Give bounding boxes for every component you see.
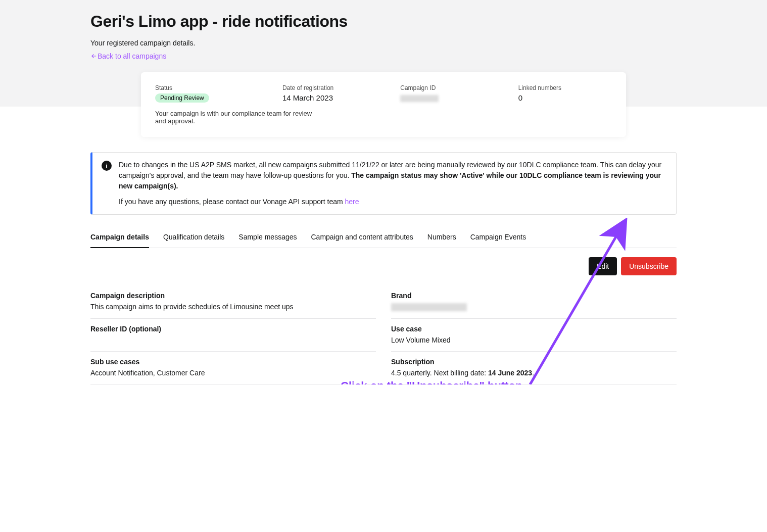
status-label: Status xyxy=(155,84,258,91)
status-note: Your campaign is with our compliance tea… xyxy=(155,110,322,125)
tab-numbers[interactable]: Numbers xyxy=(427,227,456,248)
date-value: 14 March 2023 xyxy=(282,93,376,102)
campaign-description-label: Campaign description xyxy=(90,292,376,300)
banner-line-2: If you have any questions, please contac… xyxy=(119,197,667,207)
brand-label: Brand xyxy=(391,292,677,300)
status-badge: Pending Review xyxy=(155,93,209,103)
tab-campaign-attributes[interactable]: Campaign and content attributes xyxy=(311,227,413,248)
info-banner: i Due to changes in the US A2P SMS marke… xyxy=(90,152,677,215)
subscription-value: 4.5 quarterly. Next billing date: 14 Jun… xyxy=(391,369,677,377)
brand-redacted xyxy=(391,303,467,311)
page-subtitle: Your registered campaign details. xyxy=(90,39,677,47)
use-case-value: Low Volume Mixed xyxy=(391,336,677,344)
page-title: Geri's Limo app - ride notifications xyxy=(90,12,677,31)
sub-use-cases-label: Sub use cases xyxy=(90,358,376,366)
edit-button[interactable]: Edit xyxy=(589,257,617,275)
tab-qualification-details[interactable]: Qualification details xyxy=(163,227,224,248)
date-label: Date of registration xyxy=(282,84,376,91)
info-icon: i xyxy=(102,161,112,171)
back-to-campaigns-link[interactable]: Back to all campaigns xyxy=(90,52,166,60)
tab-campaign-details[interactable]: Campaign details xyxy=(90,227,149,248)
sub-use-cases-value: Account Notification, Customer Care xyxy=(90,369,376,377)
subscription-label: Subscription xyxy=(391,358,677,366)
arrow-left-icon xyxy=(90,53,98,60)
linked-numbers-value: 0 xyxy=(518,93,612,102)
campaign-id-redacted xyxy=(400,95,439,102)
unsubscribe-button[interactable]: Unsubscribe xyxy=(621,257,677,275)
campaign-description-value: This campaign aims to provide schedules … xyxy=(90,303,376,311)
back-link-text: Back to all campaigns xyxy=(98,52,166,60)
tab-campaign-events[interactable]: Campaign Events xyxy=(470,227,526,248)
support-link[interactable]: here xyxy=(345,198,359,206)
campaign-id-label: Campaign ID xyxy=(400,84,494,91)
tab-sample-messages[interactable]: Sample messages xyxy=(238,227,297,248)
linked-numbers-label: Linked numbers xyxy=(518,84,612,91)
reseller-id-label: Reseller ID (optional) xyxy=(90,325,376,333)
use-case-label: Use case xyxy=(391,325,677,333)
tabs: Campaign details Qualification details S… xyxy=(90,227,677,248)
summary-card: Status Pending Review Date of registrati… xyxy=(141,72,626,137)
banner-line-1: Due to changes in the US A2P SMS market,… xyxy=(119,160,667,191)
